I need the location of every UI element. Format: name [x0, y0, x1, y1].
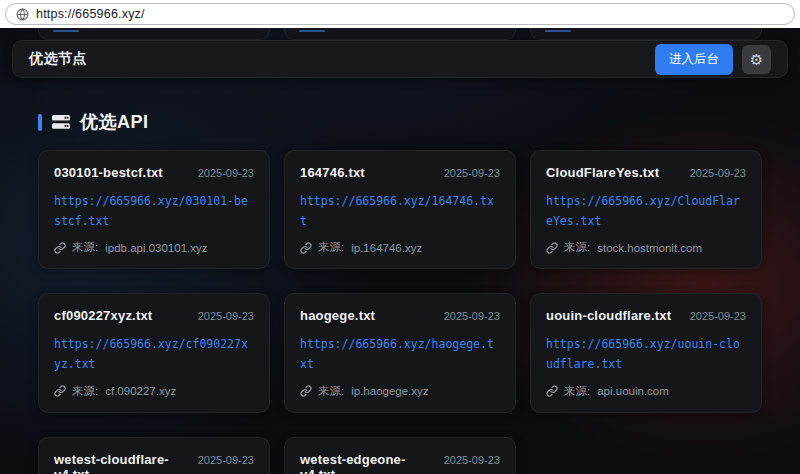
source-domain: api.uouin.com	[597, 385, 669, 397]
source-row: 来源: ip.164746.xyz	[300, 240, 500, 255]
source-label: 来源:	[564, 240, 590, 255]
file-name: wetest-cloudflare-v4.txt	[54, 452, 190, 474]
source-row: 来源: cf.090227.xyz	[54, 384, 254, 399]
file-date: 2025-09-23	[444, 167, 500, 179]
url-input[interactable]: https://665966.xyz/	[5, 3, 795, 25]
file-date: 2025-09-23	[198, 310, 254, 322]
card-header: CloudFlareYes.txt 2025-09-23	[546, 165, 746, 180]
file-name: uouin-cloudflare.txt	[546, 308, 671, 323]
cutoff-link-fragment	[53, 30, 79, 32]
source-row: 来源: stock.hostmonit.com	[546, 240, 746, 255]
source-domain: ipdb.api.030101.xyz	[105, 242, 207, 254]
site-header: 优选节点 进入后台 ⚙	[12, 40, 788, 78]
link-icon	[546, 385, 558, 397]
source-row: 来源: api.uouin.com	[546, 384, 746, 399]
file-date: 2025-09-23	[198, 454, 254, 466]
card-header: 164746.txt 2025-09-23	[300, 165, 500, 180]
source-domain: stock.hostmonit.com	[597, 242, 702, 254]
api-card: CloudFlareYes.txt 2025-09-23 https://665…	[530, 150, 762, 269]
api-card: wetest-cloudflare-v4.txt 2025-09-23 http…	[38, 437, 270, 474]
browser-url-bar: https://665966.xyz/	[0, 0, 800, 28]
link-icon	[300, 242, 312, 254]
card-header: haogege.txt 2025-09-23	[300, 308, 500, 323]
card-header: uouin-cloudflare.txt 2025-09-23	[546, 308, 746, 323]
url-text: https://665966.xyz/	[36, 7, 145, 21]
file-date: 2025-09-23	[690, 310, 746, 322]
page-background: 优选节点 进入后台 ⚙ 优选API 030101-bestcf.txt 2025…	[0, 28, 800, 474]
section-title: 优选API	[80, 110, 149, 134]
enter-admin-button[interactable]: 进入后台	[655, 44, 733, 75]
file-date: 2025-09-23	[198, 167, 254, 179]
gear-icon: ⚙	[750, 52, 763, 67]
file-url-link[interactable]: https://665966.xyz/cf090227xyz.txt	[54, 334, 254, 374]
api-card-grid: 030101-bestcf.txt 2025-09-23 https://665…	[38, 150, 762, 474]
source-domain: ip.164746.xyz	[351, 242, 422, 254]
file-date: 2025-09-23	[690, 167, 746, 179]
file-date: 2025-09-23	[444, 310, 500, 322]
card-header: cf090227xyz.txt 2025-09-23	[54, 308, 254, 323]
file-name: 164746.txt	[300, 165, 365, 180]
file-name: CloudFlareYes.txt	[546, 165, 659, 180]
file-name: 030101-bestcf.txt	[54, 165, 163, 180]
link-icon	[54, 242, 66, 254]
api-card: wetest-edgeone-v4.txt 2025-09-23 https:/…	[284, 437, 516, 474]
settings-button[interactable]: ⚙	[742, 45, 771, 74]
source-row: 来源: ipdb.api.030101.xyz	[54, 240, 254, 255]
file-name: haogege.txt	[300, 308, 375, 323]
api-card: uouin-cloudflare.txt 2025-09-23 https://…	[530, 293, 762, 412]
file-url-link[interactable]: https://665966.xyz/CloudFlareYes.txt	[546, 191, 746, 231]
accent-bar	[38, 114, 42, 131]
file-date: 2025-09-23	[444, 454, 500, 466]
file-name: cf090227xyz.txt	[54, 308, 152, 323]
source-domain: ip.haogege.xyz	[351, 385, 428, 397]
site-title: 优选节点	[29, 50, 87, 68]
api-card: haogege.txt 2025-09-23 https://665966.xy…	[284, 293, 516, 412]
cutoff-link-fragment	[299, 30, 325, 32]
link-icon	[546, 242, 558, 254]
source-row: 来源: ip.haogege.xyz	[300, 384, 500, 399]
source-label: 来源:	[318, 240, 344, 255]
file-name: wetest-edgeone-v4.txt	[300, 452, 436, 474]
file-url-link[interactable]: https://665966.xyz/030101-bestcf.txt	[54, 191, 254, 231]
cutoff-card	[38, 28, 270, 40]
cutoff-link-fragment	[545, 30, 571, 32]
link-icon	[54, 385, 66, 397]
api-card: cf090227xyz.txt 2025-09-23 https://66596…	[38, 293, 270, 412]
cutoff-card	[284, 28, 516, 40]
cutoff-card	[530, 28, 762, 40]
source-label: 来源:	[318, 384, 344, 399]
cutoff-card-row	[38, 28, 762, 40]
server-icon	[51, 113, 71, 131]
source-domain: cf.090227.xyz	[105, 385, 176, 397]
site-info-globe-icon	[16, 8, 29, 21]
card-header: wetest-cloudflare-v4.txt 2025-09-23	[54, 452, 254, 474]
card-header: 030101-bestcf.txt 2025-09-23	[54, 165, 254, 180]
file-url-link[interactable]: https://665966.xyz/164746.txt	[300, 191, 500, 231]
api-card: 164746.txt 2025-09-23 https://665966.xyz…	[284, 150, 516, 269]
file-url-link[interactable]: https://665966.xyz/uouin-cloudflare.txt	[546, 334, 746, 374]
section-heading: 优选API	[38, 110, 149, 134]
source-label: 来源:	[72, 240, 98, 255]
link-icon	[300, 385, 312, 397]
source-label: 来源:	[72, 384, 98, 399]
source-label: 来源:	[564, 384, 590, 399]
api-card: 030101-bestcf.txt 2025-09-23 https://665…	[38, 150, 270, 269]
card-header: wetest-edgeone-v4.txt 2025-09-23	[300, 452, 500, 474]
file-url-link[interactable]: https://665966.xyz/haogege.txt	[300, 334, 500, 374]
